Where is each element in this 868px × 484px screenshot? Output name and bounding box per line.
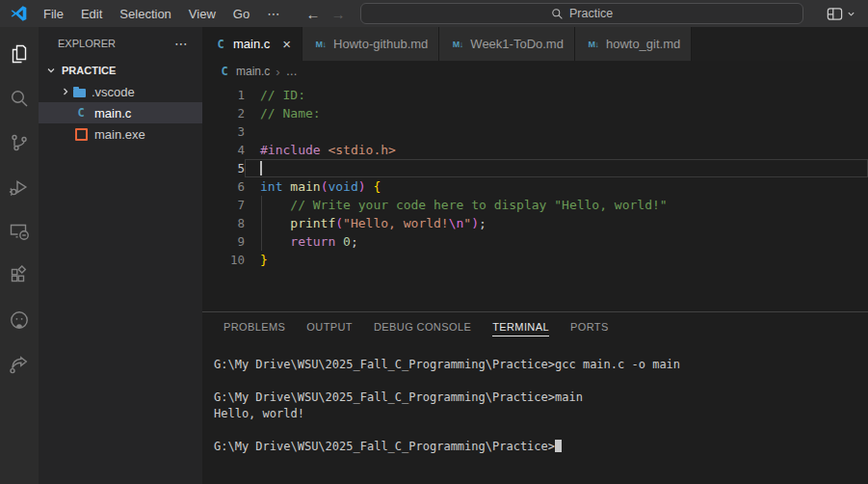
menu-more[interactable]: ⋯	[258, 0, 288, 27]
code-line-4[interactable]: 4#include <stdio.h>	[202, 141, 868, 159]
menu-go[interactable]: Go	[224, 0, 258, 27]
indent-guide	[261, 214, 262, 232]
activity-extensions[interactable]	[0, 254, 39, 298]
panel-tab-ports[interactable]: PORTS	[570, 312, 609, 341]
panel-tab-debug-console[interactable]: DEBUG CONSOLE	[374, 312, 471, 341]
token: )	[471, 216, 479, 230]
terminal[interactable]: G:\My Drive\WSU\2025_Fall_C_Programming\…	[202, 341, 868, 484]
c-file-icon: C	[73, 106, 89, 120]
code-line-6[interactable]: 6int main(void) {	[202, 177, 868, 196]
menu-file[interactable]: File	[35, 0, 72, 27]
history-navigation: ← →	[304, 6, 347, 22]
activity-run-debug[interactable]	[0, 165, 39, 209]
source-control-icon	[8, 131, 31, 154]
chevron-right-icon	[58, 87, 73, 96]
line-number[interactable]: 1	[202, 86, 245, 104]
file-main-c[interactable]: Cmain.c	[39, 102, 202, 123]
line-number[interactable]: 3	[202, 122, 245, 141]
code-line-3[interactable]: 3	[202, 122, 868, 141]
line-number[interactable]: 8	[202, 214, 245, 232]
token: )	[358, 179, 366, 194]
markdown-icon: M↓	[313, 40, 329, 49]
code-line-1[interactable]: 1// ID:	[202, 86, 868, 104]
layout-control-button[interactable]	[826, 5, 855, 23]
token: void	[328, 179, 357, 194]
activity-live-share[interactable]	[0, 342, 39, 387]
activity-remote-explorer[interactable]	[0, 209, 39, 254]
breadcrumb-file[interactable]: main.c	[236, 65, 270, 78]
line-number[interactable]: 10	[202, 251, 245, 269]
token: \n	[449, 216, 464, 230]
activity-search[interactable]	[0, 76, 39, 121]
token: "Hello, world!	[343, 216, 449, 230]
breadcrumb-separator: ›	[276, 65, 279, 79]
code-line-10[interactable]: 10}	[202, 251, 868, 269]
token: <stdio.h>	[328, 143, 395, 157]
code-line-8[interactable]: 8 printf("Hello, world!\n");	[202, 214, 868, 232]
terminal-line: Hello, world!	[214, 406, 868, 422]
menu-edit[interactable]: Edit	[72, 0, 111, 27]
section-practice[interactable]: PRACTICE	[39, 60, 202, 81]
activity-explorer[interactable]	[0, 32, 39, 76]
editor-cursor	[260, 161, 262, 175]
token: // Name:	[260, 106, 321, 121]
file-tree: .vscodeCmain.cmain.exe	[39, 81, 202, 145]
line-number[interactable]: 9	[202, 232, 245, 251]
panel-tab-problems[interactable]: PROBLEMS	[224, 312, 285, 341]
markdown-icon: M↓	[586, 40, 601, 49]
file-label: main.exe	[94, 127, 145, 142]
command-center-search[interactable]: Practice	[360, 3, 803, 24]
activity-github[interactable]	[0, 298, 39, 342]
token: main	[290, 179, 320, 194]
line-number[interactable]: 6	[202, 177, 245, 196]
sidebar-explorer: EXPLORER ⋯ PRACTICE .vscodeCmain.cmain.e…	[39, 27, 202, 484]
line-number[interactable]: 2	[202, 104, 245, 122]
code-line-7[interactable]: 7 // Write your code here to display "He…	[202, 196, 868, 214]
menu-bar: FileEditSelectionViewGo⋯	[35, 0, 288, 27]
explorer-title: EXPLORER	[58, 38, 116, 49]
search-text: Practice	[569, 7, 613, 20]
tab-main-c[interactable]: Cmain.c×	[202, 27, 302, 61]
workbench: EXPLORER ⋯ PRACTICE .vscodeCmain.cmain.e…	[0, 27, 868, 484]
code-area[interactable]: 1// ID:2// Name:34#include <stdio.h>56in…	[202, 82, 868, 311]
title-bar: FileEditSelectionViewGo⋯ ← → Practice	[0, 0, 868, 27]
explorer-header: EXPLORER ⋯	[39, 27, 202, 60]
token	[260, 216, 290, 230]
tab-label: Howto-github.md	[333, 37, 428, 51]
forward-icon[interactable]: →	[329, 6, 347, 22]
token: // ID:	[260, 88, 305, 102]
close-icon[interactable]: ×	[282, 37, 291, 51]
tab-label: Week1-ToDo.md	[470, 37, 564, 51]
terminal-line	[214, 422, 868, 439]
code-line-9[interactable]: 9 return 0;	[202, 232, 868, 251]
tab-howto-github-md[interactable]: M↓Howto-github.md	[302, 27, 439, 61]
token: int	[260, 179, 282, 194]
editor-group: Cmain.c×M↓Howto-github.mdM↓Week1-ToDo.md…	[202, 27, 868, 484]
more-actions-icon[interactable]: ⋯	[174, 36, 189, 51]
panel-tab-bar: PROBLEMSOUTPUTDEBUG CONSOLETERMINALPORTS	[202, 312, 868, 341]
file-main-exe[interactable]: main.exe	[39, 123, 202, 145]
breadcrumb-symbol[interactable]: …	[286, 65, 298, 78]
files-icon	[8, 42, 31, 66]
file-vscode[interactable]: .vscode	[39, 81, 202, 102]
code-line-2[interactable]: 2// Name:	[202, 104, 868, 122]
breadcrumb[interactable]: C main.c › …	[202, 61, 868, 82]
tab-bar: Cmain.c×M↓Howto-github.mdM↓Week1-ToDo.md…	[202, 27, 868, 61]
panel-tab-output[interactable]: OUTPUT	[306, 312, 353, 341]
line-number[interactable]: 7	[202, 196, 245, 214]
tab-label: howto_git.md	[606, 37, 680, 51]
token: (	[335, 216, 343, 230]
back-icon[interactable]: ←	[304, 6, 322, 22]
vscode-window: FileEditSelectionViewGo⋯ ← → Practice	[0, 0, 868, 484]
code-line-5[interactable]: 5	[202, 159, 868, 177]
terminal-line: G:\My Drive\WSU\2025_Fall_C_Programming\…	[214, 390, 868, 406]
tab-howto-git-md[interactable]: M↓howto_git.md	[575, 27, 692, 61]
activity-source-control[interactable]	[0, 121, 39, 165]
menu-selection[interactable]: Selection	[111, 0, 179, 27]
line-number[interactable]: 4	[202, 141, 245, 159]
tab-week1-todo-md[interactable]: M↓Week1-ToDo.md	[439, 27, 575, 61]
panel-tab-terminal[interactable]: TERMINAL	[492, 312, 549, 341]
menu-view[interactable]: View	[180, 0, 224, 27]
line-number[interactable]: 5	[202, 159, 245, 177]
chevron-down-icon	[43, 66, 59, 75]
